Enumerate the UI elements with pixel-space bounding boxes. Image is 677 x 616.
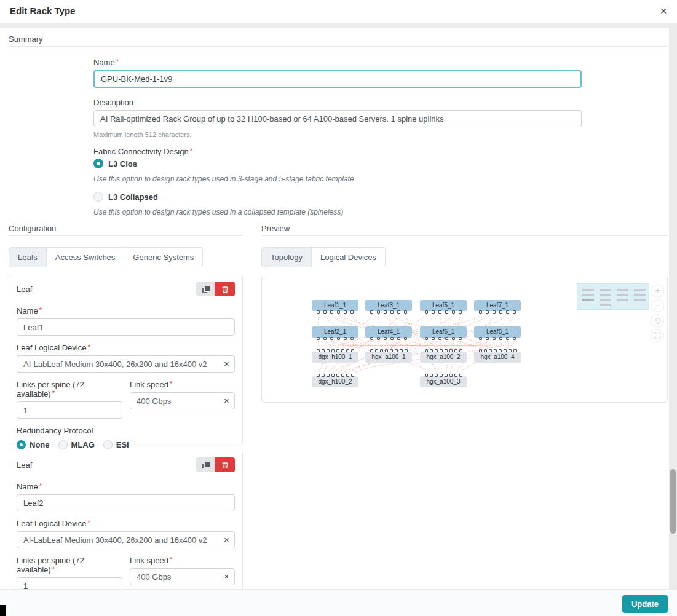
header-gap [0,23,677,28]
topology-node-label: hgx_a100_3 [420,376,467,387]
link-speed-input[interactable] [130,392,235,409]
radio-redundancy-none[interactable]: None [17,440,50,449]
topology-node-label: Leaf2_1 [312,326,358,338]
link-speed-label: Link speed* [130,380,235,389]
topology-node-server[interactable]: dgx_h100_2 [312,374,358,387]
port-icon [384,337,387,340]
clear-icon[interactable]: ✕ [224,360,229,368]
minimap-bar [634,294,646,296]
minimap-bar [634,289,646,291]
port-icon [397,337,400,340]
configuration-divider [9,235,243,236]
tab-access-switches[interactable]: Access Switches [46,247,125,267]
topology-node-server[interactable]: hgx_a100_2 [420,349,467,363]
port-icon [432,310,435,314]
topology-node-server[interactable]: hgx_a100_3 [420,374,467,387]
modal-header: Edit Rack Type ✕ [0,0,677,22]
delete-leaf-button[interactable] [215,457,235,472]
port-icon [337,337,340,340]
port-icon [425,310,428,314]
topology-node-leaf[interactable]: Leaf3_1 [365,300,412,314]
port-icon [445,310,448,314]
links-per-spine-label: Links per spine (72 available)* [17,556,122,574]
screen-corner-artifact [0,605,6,616]
radio-unselected-icon [58,440,68,449]
tab-topology[interactable]: Topology [261,247,312,267]
modal-title: Edit Rack Type [10,6,75,16]
topology-node-label: Leaf4_1 [365,326,412,338]
name-input[interactable] [93,70,582,88]
radio-unselected-icon [103,440,113,449]
topology-node-leaf[interactable]: Leaf7_1 [474,300,521,314]
links-per-spine-input[interactable] [17,401,122,419]
port-icon [513,337,516,340]
leaf-logical-device-input[interactable] [17,355,235,373]
topology-node-leaf[interactable]: Leaf8_1 [474,326,521,340]
copy-icon [202,286,209,293]
minimap-bar [617,294,628,296]
radio-l3-clos[interactable]: L3 Clos [93,159,582,168]
leaf-logical-device-input[interactable] [17,531,235,548]
tab-logical-devices[interactable]: Logical Devices [311,247,386,267]
port-icon [499,310,502,314]
leaf-name-input[interactable] [17,318,235,336]
topology-node-server[interactable]: hgx_a100_4 [474,349,521,363]
tab-leafs[interactable]: Leafs [9,247,47,267]
links-per-spine-input[interactable] [17,577,122,589]
radio-redundancy-mlag[interactable]: MLAG [58,440,95,449]
topology-node-leaf[interactable]: Leaf1_1 [312,300,358,314]
topology-node-label: Leaf8_1 [474,326,521,338]
summary-form: Name* Description Maximum length 512 cha… [93,58,582,225]
leaf-panel-title: Leaf [17,460,32,470]
description-label: Description [93,98,582,107]
topology-node-server[interactable]: dgx_h100_1 [312,349,358,363]
port-icon [499,337,502,340]
modal-scrollbar[interactable] [669,28,677,589]
port-icon [390,310,394,314]
trash-icon [221,461,229,469]
clear-icon[interactable]: ✕ [224,397,229,405]
port-icon [486,310,489,314]
duplicate-leaf-button[interactable] [196,457,215,472]
topology-node-label: dgx_h100_1 [312,352,358,363]
delete-leaf-button[interactable] [215,282,235,296]
locate-icon[interactable]: ◎ [651,314,664,327]
topology-node-label: dgx_h100_2 [312,376,358,387]
description-input[interactable] [93,110,582,127]
topology-node-label: Leaf1_1 [312,300,358,311]
update-button[interactable]: Update [622,595,668,613]
clear-icon[interactable]: ✕ [224,573,229,581]
configuration-tabs: Leafs Access Switches Generic Systems [9,247,203,267]
zoom-out-icon[interactable]: − [651,299,664,312]
duplicate-leaf-button[interactable] [196,282,215,296]
topology-node-leaf[interactable]: Leaf5_1 [420,300,467,314]
topology-node-label: Leaf3_1 [365,300,412,311]
clear-icon[interactable]: ✕ [224,536,229,544]
close-icon[interactable]: ✕ [660,6,667,16]
minimap-bar [600,304,611,306]
topology-node-leaf[interactable]: Leaf2_1 [312,326,358,340]
radio-l3-collapsed[interactable]: L3 Collapsed [93,192,582,202]
preview-section-title: Preview [261,224,290,233]
fullscreen-icon[interactable] [651,329,664,342]
name-label: Name* [93,58,582,67]
topology-node-leaf[interactable]: Leaf4_1 [365,326,412,340]
scrollbar-thumb[interactable] [670,469,676,534]
minimap[interactable] [577,283,649,310]
port-icon [370,310,373,314]
link-speed-input[interactable] [130,568,235,585]
port-icon [350,337,354,340]
zoom-in-icon[interactable]: + [651,285,664,298]
tab-generic-systems[interactable]: Generic Systems [124,247,203,267]
link-speed-label: Link speed* [130,556,235,565]
port-icon [486,337,489,340]
radio-unselected-icon [93,192,103,202]
radio-redundancy-esi[interactable]: ESI [103,440,129,449]
topology-node-label: Leaf6_1 [420,326,467,338]
topology-node-server[interactable]: hgx_a100_1 [365,349,412,363]
leaf-name-input[interactable] [17,494,235,511]
leaf-panel-2: Leaf Name* Leaf Logical Device* ✕ [9,451,243,589]
topology-canvas[interactable]: Leaf1_1Leaf3_1Leaf5_1Leaf7_1Leaf2_1Leaf4… [261,277,668,403]
topology-node-leaf[interactable]: Leaf6_1 [420,326,467,340]
port-icon [459,310,462,314]
